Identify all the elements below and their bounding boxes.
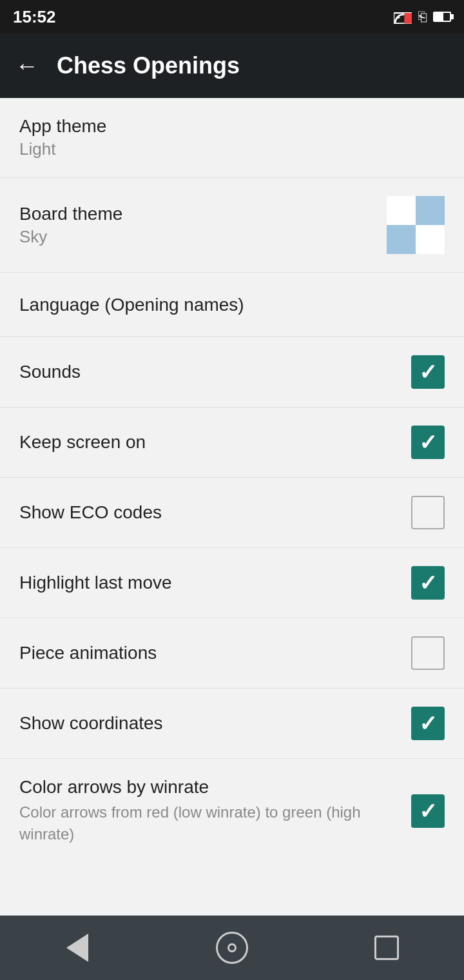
nav-back-button[interactable]: [52, 922, 103, 974]
app-title: Chess Openings: [57, 52, 240, 79]
svg-rect-1: [404, 13, 412, 23]
setting-item-board-theme[interactable]: Board themeSky: [0, 178, 464, 273]
setting-label-highlight-last-move: Highlight last move: [19, 573, 411, 593]
setting-item-language[interactable]: Language (Opening names): [0, 273, 464, 337]
setting-text-language: Language (Opening names): [19, 295, 445, 315]
cast-icon: [394, 10, 412, 24]
setting-label-keep-screen-on: Keep screen on: [19, 432, 411, 453]
setting-value-app-theme: Light: [19, 139, 445, 159]
bottom-nav: [0, 916, 464, 980]
nav-home-circle-icon: [216, 932, 248, 964]
setting-text-sounds: Sounds: [19, 362, 411, 382]
app-bar: ← Chess Openings: [0, 34, 464, 98]
setting-item-show-eco-codes[interactable]: Show ECO codes: [0, 478, 464, 548]
setting-text-color-arrows: Color arrows by winrateColor arrows from…: [19, 777, 411, 845]
checkbox-show-eco-codes[interactable]: [411, 496, 445, 529]
setting-value-board-theme: Sky: [19, 227, 387, 247]
battery-icon: [433, 12, 451, 22]
setting-item-piece-animations[interactable]: Piece animations: [0, 618, 464, 689]
setting-item-keep-screen-on[interactable]: Keep screen on✓: [0, 407, 464, 478]
nav-home-inner-icon: [227, 943, 237, 952]
checkbox-highlight-last-move[interactable]: ✓: [411, 566, 445, 600]
setting-label-show-eco-codes: Show ECO codes: [19, 502, 411, 523]
setting-item-color-arrows[interactable]: Color arrows by winrateColor arrows from…: [0, 759, 464, 863]
setting-label-board-theme: Board theme: [19, 204, 387, 224]
setting-label-color-arrows: Color arrows by winrate: [19, 777, 411, 798]
setting-item-sounds[interactable]: Sounds✓: [0, 337, 464, 407]
setting-text-app-theme: App themeLight: [19, 116, 445, 159]
checkbox-show-coordinates[interactable]: ✓: [411, 707, 445, 740]
nav-recents-button[interactable]: [361, 922, 412, 974]
status-icons: ⎗: [394, 8, 451, 25]
setting-text-board-theme: Board themeSky: [19, 204, 387, 247]
setting-label-show-coordinates: Show coordinates: [19, 713, 411, 734]
back-button[interactable]: ←: [15, 54, 39, 77]
setting-text-keep-screen-on: Keep screen on: [19, 432, 411, 453]
status-bar: 15:52 ⎗: [0, 0, 464, 34]
setting-text-show-coordinates: Show coordinates: [19, 713, 411, 734]
setting-label-piece-animations: Piece animations: [19, 643, 411, 663]
setting-text-highlight-last-move: Highlight last move: [19, 573, 411, 593]
setting-label-app-theme: App theme: [19, 116, 445, 137]
board-theme-preview: [387, 196, 445, 254]
setting-description-color-arrows: Color arrows from red (low winrate) to g…: [19, 801, 380, 845]
settings-list: App themeLightBoard themeSkyLanguage (Op…: [0, 98, 464, 916]
checkbox-piece-animations[interactable]: [411, 636, 445, 670]
setting-item-show-coordinates[interactable]: Show coordinates✓: [0, 689, 464, 759]
setting-item-app-theme[interactable]: App themeLight: [0, 98, 464, 178]
checkbox-sounds[interactable]: ✓: [411, 355, 445, 389]
nav-recents-square-icon: [374, 936, 399, 960]
checkbox-keep-screen-on[interactable]: ✓: [411, 426, 445, 459]
setting-item-highlight-last-move[interactable]: Highlight last move✓: [0, 548, 464, 618]
nav-home-button[interactable]: [206, 922, 258, 974]
checkbox-color-arrows[interactable]: ✓: [411, 794, 445, 828]
status-time: 15:52: [13, 7, 56, 27]
vibrate-icon: ⎗: [418, 8, 427, 25]
nav-back-triangle-icon: [66, 934, 88, 962]
setting-label-language: Language (Opening names): [19, 295, 445, 315]
setting-text-piece-animations: Piece animations: [19, 643, 411, 663]
setting-text-show-eco-codes: Show ECO codes: [19, 502, 411, 523]
setting-label-sounds: Sounds: [19, 362, 411, 382]
